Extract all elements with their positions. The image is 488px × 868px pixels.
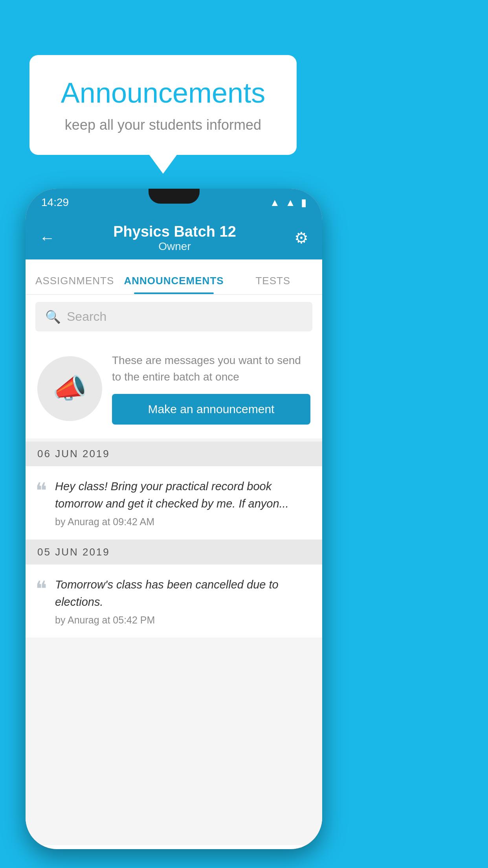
app-bar: ← Physics Batch 12 Owner ⚙ bbox=[26, 216, 322, 259]
battery-icon: ▮ bbox=[301, 197, 306, 209]
search-icon: 🔍 bbox=[45, 309, 61, 324]
settings-icon[interactable]: ⚙ bbox=[294, 229, 308, 247]
status-icons: ▲ ▲ ▮ bbox=[270, 197, 306, 209]
tab-announcements[interactable]: ANNOUNCEMENTS bbox=[124, 275, 224, 294]
search-placeholder: Search bbox=[67, 309, 106, 324]
status-time: 14:29 bbox=[41, 196, 69, 209]
promo-icon-circle: 📣 bbox=[37, 356, 102, 421]
announcement-content-1: Hey class! Bring your practical record b… bbox=[55, 478, 312, 528]
tab-assignments[interactable]: ASSIGNMENTS bbox=[26, 275, 124, 294]
tabs-bar: ASSIGNMENTS ANNOUNCEMENTS TESTS bbox=[26, 259, 322, 295]
speech-bubble: Announcements keep all your students inf… bbox=[29, 55, 297, 155]
phone-frame: 14:29 ▲ ▲ ▮ ← Physics Batch 12 Owner ⚙ A… bbox=[26, 189, 322, 849]
search-bar-container: 🔍 Search bbox=[26, 295, 322, 338]
announcement-content-2: Tomorrow's class has been cancelled due … bbox=[55, 576, 312, 626]
announcement-text-1: Hey class! Bring your practical record b… bbox=[55, 478, 312, 512]
make-announcement-button[interactable]: Make an announcement bbox=[112, 394, 310, 425]
search-bar[interactable]: 🔍 Search bbox=[35, 302, 312, 331]
promo-card: 📣 These are messages you want to send to… bbox=[26, 338, 322, 438]
promo-description: These are messages you want to send to t… bbox=[112, 352, 310, 385]
status-bar: 14:29 ▲ ▲ ▮ bbox=[26, 189, 322, 216]
app-bar-subtitle: Owner bbox=[113, 240, 236, 253]
tab-tests[interactable]: TESTS bbox=[224, 275, 322, 294]
megaphone-icon: 📣 bbox=[53, 372, 87, 405]
back-button[interactable]: ← bbox=[39, 229, 55, 247]
quote-icon-2: ❝ bbox=[35, 578, 47, 600]
phone-content: 🔍 Search 📣 These are messages you want t… bbox=[26, 295, 322, 845]
wifi-icon: ▲ bbox=[270, 197, 280, 209]
announcement-item-1[interactable]: ❝ Hey class! Bring your practical record… bbox=[26, 466, 322, 540]
promo-right: These are messages you want to send to t… bbox=[112, 352, 310, 425]
date-header-1: 06 JUN 2019 bbox=[26, 441, 322, 466]
announcement-meta-2: by Anurag at 05:42 PM bbox=[55, 614, 312, 626]
announcement-item-2[interactable]: ❝ Tomorrow's class has been cancelled du… bbox=[26, 565, 322, 638]
speech-bubble-subtitle: keep all your students informed bbox=[53, 117, 273, 133]
app-bar-title: Physics Batch 12 bbox=[113, 223, 236, 240]
app-bar-title-area: Physics Batch 12 Owner bbox=[113, 223, 236, 253]
signal-icon: ▲ bbox=[285, 197, 295, 209]
speech-bubble-title: Announcements bbox=[53, 77, 273, 109]
phone-notch bbox=[149, 189, 200, 204]
announcement-text-2: Tomorrow's class has been cancelled due … bbox=[55, 576, 312, 611]
date-header-2: 05 JUN 2019 bbox=[26, 540, 322, 565]
announcement-meta-1: by Anurag at 09:42 AM bbox=[55, 516, 312, 528]
quote-icon-1: ❝ bbox=[35, 480, 47, 502]
